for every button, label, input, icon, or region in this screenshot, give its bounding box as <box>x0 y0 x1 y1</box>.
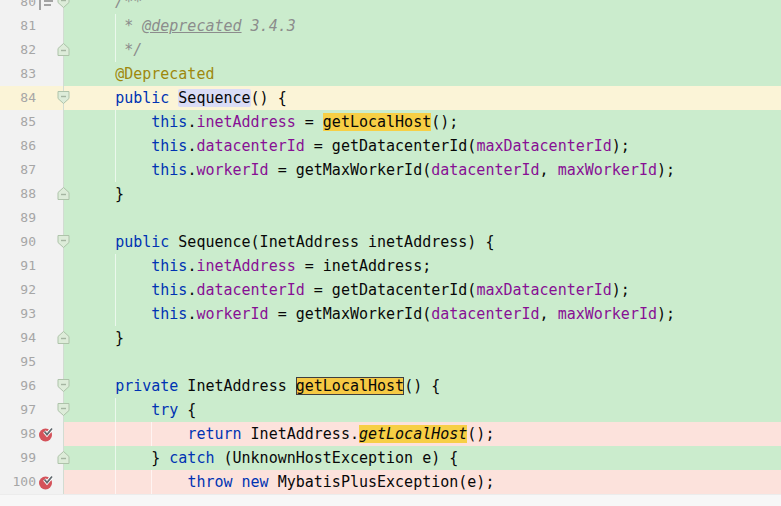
code-segment-kw: this <box>151 305 187 323</box>
fold-end-icon[interactable] <box>56 42 71 57</box>
code-segment-kw: this <box>151 113 187 131</box>
code-segment-plain: (); <box>431 113 458 131</box>
line-number: 92 <box>20 278 36 302</box>
code-segment-plain <box>79 377 115 395</box>
gutter-line-86: 86 <box>0 134 63 158</box>
code-segment-plain: InetAddress <box>178 377 295 395</box>
code-segment-kw: private <box>115 377 178 395</box>
code-line-85[interactable]: 85 this.inetAddress = getLocalHost(); <box>0 110 781 134</box>
code-line-88[interactable]: 88 } <box>0 182 781 206</box>
code-text: } <box>63 182 124 206</box>
gutter-line-97: 97 <box>0 398 63 422</box>
code-line-97[interactable]: 97 try { <box>0 398 781 422</box>
code-segment-plain: } <box>79 185 124 203</box>
line-number: 99 <box>20 446 36 470</box>
code-text: this.datacenterId = getDatacenterId(maxD… <box>63 134 630 158</box>
indent-guide <box>151 422 152 446</box>
code-segment-field: inetAddress <box>196 113 295 131</box>
code-text: throw new MybatisPlusException(e); <box>63 470 494 494</box>
code-line-99[interactable]: 99 } catch (UnknownHostException e) { <box>0 446 781 470</box>
code-text: */ <box>63 38 142 62</box>
gutter-line-98: 98 <box>0 422 63 446</box>
code-line-90[interactable]: 90 public Sequence(InetAddress inetAddre… <box>0 230 781 254</box>
code-line-81[interactable]: 81 * @deprecated 3.4.3 <box>0 14 781 38</box>
mutation-coverage-icon[interactable] <box>38 474 54 490</box>
code-segment-field: workerId <box>196 161 268 179</box>
code-line-80[interactable]: 80 /** <box>0 0 781 14</box>
code-text: this.workerId = getMaxWorkerId(datacente… <box>63 158 675 182</box>
code-segment-matchcur: getLocalHost <box>296 377 404 395</box>
code-segment-plain: ); <box>612 281 630 299</box>
gutter-line-82: 82 <box>0 38 63 62</box>
indent-guide <box>115 14 116 62</box>
gutter-line-84: 84 <box>0 86 63 110</box>
code-text <box>63 350 79 374</box>
code-line-92[interactable]: 92 this.datacenterId = getDatacenterId(m… <box>0 278 781 302</box>
code-segment-plain: (); <box>467 425 494 443</box>
fold-start-icon[interactable] <box>56 90 71 105</box>
code-segment-plain: , <box>540 161 558 179</box>
code-segment-kw: this <box>151 137 187 155</box>
fold-start-icon[interactable] <box>56 234 71 249</box>
code-segment-field: datacenterId <box>196 281 304 299</box>
code-segment-kw: this <box>151 257 187 275</box>
code-line-93[interactable]: 93 this.workerId = getMaxWorkerId(datace… <box>0 302 781 326</box>
line-number: 96 <box>20 374 36 398</box>
code-text: * @deprecated 3.4.3 <box>63 14 296 38</box>
gutter-line-87: 87 <box>0 158 63 182</box>
structure-inlay-icon[interactable] <box>38 0 54 12</box>
mutation-coverage-icon[interactable] <box>38 426 54 442</box>
code-line-84[interactable]: 84 public Sequence() { <box>0 86 781 110</box>
code-text: private InetAddress getLocalHost() { <box>63 374 440 398</box>
code-line-83[interactable]: 83 @Deprecated <box>0 62 781 86</box>
line-number: 98 <box>20 422 36 446</box>
fold-end-icon[interactable] <box>56 186 71 201</box>
code-segment-kw: return <box>187 425 241 443</box>
code-segment-plain: } <box>79 449 169 467</box>
fold-start-icon[interactable] <box>56 378 71 393</box>
indent-guide <box>115 110 116 182</box>
code-segment-field: datacenterId <box>431 161 539 179</box>
code-segment-doc: /** <box>79 0 142 11</box>
code-segment-field: datacenterId <box>196 137 304 155</box>
code-segment-field: maxWorkerId <box>558 161 657 179</box>
code-segment-plain <box>79 89 115 107</box>
code-line-86[interactable]: 86 this.datacenterId = getDatacenterId(m… <box>0 134 781 158</box>
code-segment-field: maxDatacenterId <box>476 281 611 299</box>
code-segment-kw: catch <box>169 449 214 467</box>
code-text: this.datacenterId = getDatacenterId(maxD… <box>63 278 630 302</box>
code-line-94[interactable]: 94 } <box>0 326 781 350</box>
code-line-89[interactable]: 89 <box>0 206 781 230</box>
code-line-98[interactable]: 98 return InetAddress.getLocalHost(); <box>0 422 781 446</box>
code-segment-occ: Sequence <box>178 89 250 107</box>
code-text: } <box>63 326 124 350</box>
fold-start-icon[interactable] <box>56 402 71 417</box>
gutter-line-81: 81 <box>0 14 63 38</box>
code-line-87[interactable]: 87 this.workerId = getMaxWorkerId(datace… <box>0 158 781 182</box>
code-text: } catch (UnknownHostException e) { <box>63 446 458 470</box>
fold-end-icon[interactable] <box>56 330 71 345</box>
code-line-82[interactable]: 82 */ <box>0 38 781 62</box>
gutter-line-96: 96 <box>0 374 63 398</box>
fold-end-icon[interactable] <box>56 450 71 465</box>
line-number: 91 <box>20 254 36 278</box>
code-line-96[interactable]: 96 private InetAddress getLocalHost() { <box>0 374 781 398</box>
code-segment-plain <box>169 89 178 107</box>
code-line-95[interactable]: 95 <box>0 350 781 374</box>
code-segment-plain: = getMaxWorkerId( <box>269 305 432 323</box>
code-segment-plain: InetAddress. <box>242 425 359 443</box>
fold-start-icon[interactable] <box>56 0 71 9</box>
line-number: 83 <box>20 62 36 86</box>
gutter-line-89: 89 <box>0 206 63 230</box>
code-segment-kw: try <box>151 401 178 419</box>
code-segment-plain: ); <box>657 305 675 323</box>
code-segment-kw: this <box>151 161 187 179</box>
code-segment-kw: public <box>115 89 169 107</box>
code-line-91[interactable]: 91 this.inetAddress = inetAddress; <box>0 254 781 278</box>
code-line-100[interactable]: 100 throw new MybatisPlusException(e); <box>0 470 781 494</box>
indent-guide <box>115 398 116 494</box>
line-number: 100 <box>13 470 36 494</box>
line-number: 90 <box>20 230 36 254</box>
code-segment-kw: throw <box>187 473 232 491</box>
code-segment-plain: () { <box>404 377 440 395</box>
